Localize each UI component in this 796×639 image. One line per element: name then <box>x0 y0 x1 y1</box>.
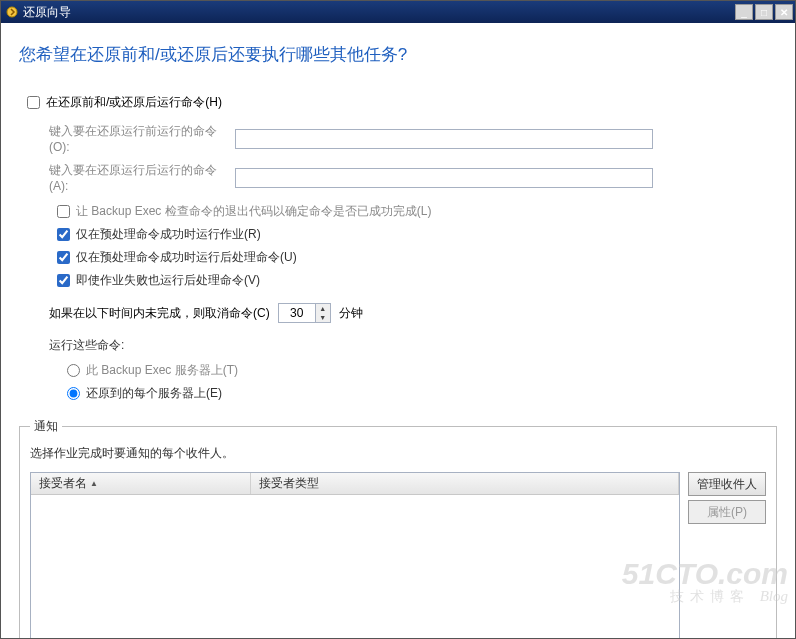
post-command-label: 键入要在还原运行后运行的命令(A): <box>49 162 229 193</box>
even-if-fail-label: 即使作业失败也运行后处理命令(V) <box>76 272 260 289</box>
even-if-fail-checkbox[interactable] <box>57 274 70 287</box>
svg-point-0 <box>7 7 17 17</box>
spin-up-icon[interactable]: ▲ <box>315 304 330 313</box>
minimize-button[interactable]: _ <box>735 4 753 20</box>
radio-each-server[interactable] <box>67 387 80 400</box>
radio-this-server-label: 此 Backup Exec 服务器上(T) <box>86 362 238 379</box>
timeout-value-input[interactable] <box>279 304 315 322</box>
col-recipient-type-label: 接受者类型 <box>259 475 319 492</box>
run-where-title: 运行这些命令: <box>49 337 777 354</box>
post-command-input[interactable] <box>235 168 653 188</box>
sort-asc-icon: ▲ <box>90 479 98 488</box>
run-commands-label: 在还原前和/或还原后运行命令(H) <box>46 94 222 111</box>
radio-each-server-label: 还原到的每个服务器上(E) <box>86 385 222 402</box>
notify-group: 通知 选择作业完成时要通知的每个收件人。 接受者名 ▲ 接受者类型 管理收件人 … <box>19 418 777 639</box>
timeout-prefix: 如果在以下时间内未完成，则取消命令(C) <box>49 305 270 322</box>
recipients-grid[interactable]: 接受者名 ▲ 接受者类型 <box>30 472 680 639</box>
col-recipient-type[interactable]: 接受者类型 <box>251 473 679 494</box>
properties-button[interactable]: 属性(P) <box>688 500 766 524</box>
maximize-button[interactable]: □ <box>755 4 773 20</box>
check-exit-code-checkbox[interactable] <box>57 205 70 218</box>
check-exit-code-label: 让 Backup Exec 检查命令的退出代码以确定命令是否已成功完成(L) <box>76 203 431 220</box>
spin-down-icon[interactable]: ▼ <box>315 313 330 322</box>
radio-this-server[interactable] <box>67 364 80 377</box>
col-recipient-name-label: 接受者名 <box>39 475 87 492</box>
notify-desc: 选择作业完成时要通知的每个收件人。 <box>30 445 766 462</box>
close-button[interactable]: ✕ <box>775 4 793 20</box>
page-heading: 您希望在还原前和/或还原后还要执行哪些其他任务? <box>19 43 777 66</box>
recipients-grid-body <box>31 495 679 639</box>
only-if-pre-label: 仅在预处理命令成功时运行作业(R) <box>76 226 261 243</box>
only-if-pre-post-label: 仅在预处理命令成功时运行后处理命令(U) <box>76 249 297 266</box>
run-commands-checkbox[interactable] <box>27 96 40 109</box>
pre-command-input[interactable] <box>235 129 653 149</box>
timeout-suffix: 分钟 <box>339 305 363 322</box>
col-recipient-name[interactable]: 接受者名 ▲ <box>31 473 251 494</box>
app-icon <box>5 5 19 19</box>
window-title: 还原向导 <box>23 4 731 21</box>
only-if-pre-checkbox[interactable] <box>57 228 70 241</box>
only-if-pre-post-checkbox[interactable] <box>57 251 70 264</box>
manage-recipients-button[interactable]: 管理收件人 <box>688 472 766 496</box>
pre-command-label: 键入要在还原运行前运行的命令(O): <box>49 123 229 154</box>
notify-legend: 通知 <box>30 418 62 435</box>
